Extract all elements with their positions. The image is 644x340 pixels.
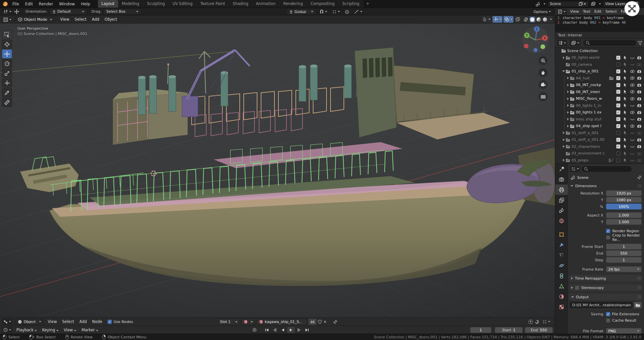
properties-tab-data[interactable] [555,281,568,291]
close-icon[interactable] [583,2,587,6]
exclude-checkbox[interactable]: ✓ [615,110,622,114]
exclude-checkbox[interactable]: ✓ [615,124,622,128]
checkbox[interactable] [606,318,610,323]
scene-selector[interactable]: Scene [548,1,589,7]
outliner-row[interactable]: 03_environment c [555,150,644,157]
properties-tab-physics[interactable] [555,260,568,271]
display-mode-button[interactable] [557,40,567,46]
properties-tab-modifiers[interactable] [555,240,568,250]
pan-hand-button[interactable] [539,68,548,77]
selectability-icon[interactable] [622,124,629,128]
hide-viewport-icon-open[interactable] [629,124,636,128]
viewport-3d[interactable]: Object Mode ViewSelectAddObject User Per… [0,15,555,317]
play-button[interactable] [287,327,295,333]
pin-icon[interactable] [333,320,338,324]
properties-tab-output[interactable] [555,185,568,195]
output-path-field[interactable]: D:\01 MY Archit...ntable\shipmain [570,302,633,308]
exclude-checkbox[interactable] [615,131,622,135]
current-frame-field[interactable]: 1 [470,327,491,333]
selectability-icon[interactable] [622,117,629,121]
expand-icon[interactable] [566,84,570,86]
hide-viewport-icon-closed[interactable] [629,62,636,66]
hide-viewport-icon-closed[interactable] [629,144,636,148]
cache-result-row[interactable]: Cache Result [606,318,642,323]
property-field[interactable]: 1080 px [606,197,642,203]
add-workspace-button[interactable]: + [363,0,372,8]
tool-transform-button[interactable] [2,78,12,87]
expand-icon[interactable] [562,56,566,59]
material-name-field[interactable]: kagawa_ship_01_S.. [256,319,307,325]
folder-icon[interactable] [634,302,642,308]
checkbox[interactable]: ✓ [606,229,610,233]
exclude-checkbox[interactable]: ✓ [615,83,622,87]
render-visibility-icon[interactable] [636,90,643,94]
expand-icon[interactable] [566,104,570,107]
menu-render[interactable]: Render [36,0,56,8]
exclude-checkbox[interactable]: ✓ [615,90,622,94]
drag-dropdown[interactable]: Select Box [103,9,141,15]
snap-icon[interactable] [535,320,539,324]
outliner-row[interactable]: 05_props2 [555,157,644,164]
copy-icon[interactable] [579,2,583,6]
jump-to-start-button[interactable] [263,327,271,333]
outliner-row[interactable]: 04_ship spot l✓ [555,123,644,130]
checkbox[interactable] [575,286,579,290]
outliner-row[interactable]: 00_lights 1 ex✓ [555,109,644,116]
properties-tab-constraints[interactable] [555,271,568,281]
snap-toggle[interactable] [318,9,329,15]
exclude-checkbox[interactable]: ✓ [615,117,622,121]
previous-keyframe-button[interactable] [271,327,279,333]
panel-header-dimensions[interactable]: Dimensions [571,183,642,189]
workspace-tab-texture-paint[interactable]: Texture Paint [197,0,229,8]
expand-icon[interactable] [566,125,570,127]
exclude-checkbox[interactable] [615,62,622,66]
browse-material-button[interactable] [241,319,255,325]
timeline-menu-view[interactable]: View [61,328,79,332]
properties-tab-particles[interactable] [555,250,568,260]
panel-header-time_remapping[interactable]: Time Remapping [569,275,642,282]
editor-type-button[interactable] [2,17,13,23]
shader-menu-view[interactable]: View [45,319,59,324]
viewport-menu-add[interactable]: Add [89,15,102,24]
selectability-icon[interactable] [622,62,629,67]
hide-viewport-icon-closed[interactable] [629,158,636,162]
hide-viewport-icon-closed[interactable] [629,117,636,121]
workspace-tab-modeling[interactable]: Modeling [118,0,143,8]
zoom-button[interactable] [539,56,548,65]
expand-icon[interactable] [566,90,570,93]
mode-dropdown[interactable]: Object Mode [15,16,55,23]
outliner-row[interactable]: 00_lights 1_in✓ [555,102,644,109]
rendered-shading[interactable] [542,17,548,22]
properties-tab-view-layer[interactable] [555,195,568,205]
file-extensions-checkbox[interactable]: ✓File Extensions [606,312,639,316]
transform-orientation-dropdown[interactable]: Global [286,9,316,15]
tool-cursor-button[interactable] [2,40,12,49]
menu-window[interactable]: Window [56,0,78,8]
code-line[interactable]: 2chacter body 002 = keyframe 46 [555,20,644,25]
property-field[interactable]: 550 [606,250,642,256]
checkbox[interactable]: ✓ [606,312,610,316]
view-layer-browse-icon[interactable] [591,2,596,6]
selectability-icon[interactable] [622,103,629,108]
exclude-checkbox[interactable]: ✓ [615,144,622,148]
selectability-icon[interactable] [622,158,629,162]
outliner-row[interactable]: 00_camera [555,61,644,68]
tool-annotate-button[interactable] [2,88,12,97]
outliner-row[interactable]: 01_skiff_a_001 [555,129,644,136]
properties-tab-material[interactable] [555,291,568,302]
render-visibility-icon[interactable] [636,56,643,60]
blender-logo-icon[interactable] [3,1,8,7]
workspace-tab-scripting[interactable]: Scripting [339,0,363,8]
outliner-row[interactable]: 01_ship_a_001✓ [555,68,644,75]
properties-editor[interactable]: SceneDimensionsResolution X1920 pxY1080 … [555,163,644,334]
menu-edit[interactable]: Edit [22,0,36,8]
render-visibility-icon[interactable] [636,69,643,73]
checkbox[interactable] [606,235,610,240]
outliner[interactable]: Scene Collection00_lights world✓00_camer… [555,38,644,163]
selectability-icon[interactable] [622,76,629,80]
navigation-gizmo[interactable]: ZYX [521,25,550,53]
solid-shading[interactable] [529,17,535,22]
render-visibility-off-icon[interactable] [636,62,643,66]
exclude-checkbox[interactable]: ✓ [615,69,622,73]
snap-target-dropdown[interactable] [331,9,341,15]
